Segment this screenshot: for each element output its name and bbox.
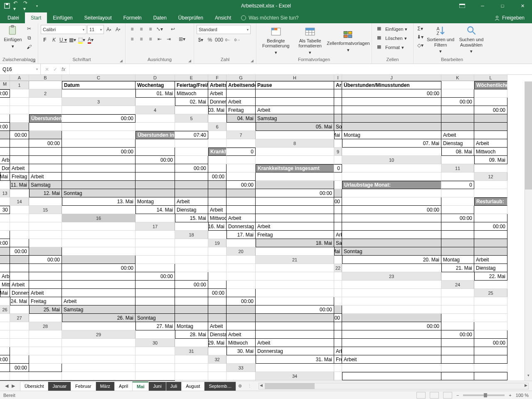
- cell[interactable]: [62, 289, 135, 297]
- cell[interactable]: 0: [227, 148, 256, 156]
- cell[interactable]: 23. Mai: [0, 289, 10, 297]
- cell[interactable]: 31. Mai: [256, 355, 334, 364]
- cell[interactable]: [208, 347, 227, 355]
- row-header[interactable]: 20: [227, 247, 256, 256]
- cell[interactable]: 03. Mai: [208, 106, 227, 114]
- cell[interactable]: [62, 247, 135, 256]
- normal-view-button[interactable]: [416, 392, 426, 399]
- cell[interactable]: Freitag: [29, 297, 62, 305]
- cell[interactable]: [29, 123, 62, 131]
- ribbon-display-options-icon[interactable]: [455, 0, 470, 12]
- cell[interactable]: 07. Mai: [342, 139, 441, 148]
- cell[interactable]: Arbeitszeit: [334, 81, 342, 89]
- cell[interactable]: [208, 231, 227, 239]
- cell[interactable]: [10, 231, 29, 239]
- cell[interactable]: [208, 272, 227, 281]
- cell[interactable]: [208, 372, 227, 380]
- cell[interactable]: [208, 281, 227, 289]
- cell[interactable]: Datum: [62, 81, 135, 89]
- cell[interactable]: [135, 123, 175, 131]
- cell[interactable]: [135, 355, 175, 364]
- cell[interactable]: [0, 222, 10, 231]
- cell[interactable]: [208, 364, 227, 372]
- col-header-L[interactable]: L: [474, 75, 507, 81]
- cell[interactable]: Montag: [175, 322, 208, 330]
- col-header-H[interactable]: H: [256, 75, 334, 81]
- cell[interactable]: [10, 156, 29, 164]
- cell[interactable]: [135, 372, 175, 380]
- cell[interactable]: 13. Mai: [62, 197, 135, 206]
- tab-datei[interactable]: Datei: [2, 12, 25, 23]
- cell[interactable]: [29, 247, 62, 256]
- cell[interactable]: [135, 256, 175, 264]
- col-header-K[interactable]: K: [441, 75, 474, 81]
- row-header[interactable]: 22: [334, 264, 342, 272]
- cut-button[interactable]: ✂: [25, 25, 33, 32]
- number-dialog-icon[interactable]: ◢: [251, 59, 254, 63]
- cell[interactable]: [474, 131, 507, 139]
- cell[interactable]: [227, 156, 256, 164]
- align-center-button[interactable]: ≡: [137, 35, 145, 43]
- merge-center-button[interactable]: ⊞▾: [174, 35, 190, 43]
- cell[interactable]: [62, 339, 135, 347]
- cell[interactable]: [474, 372, 507, 380]
- format-as-table-button[interactable]: Als Tabelle formatieren▾: [294, 26, 326, 55]
- cell[interactable]: [29, 372, 62, 380]
- cell[interactable]: [256, 322, 334, 330]
- cell[interactable]: [175, 314, 208, 322]
- cell[interactable]: [135, 172, 175, 181]
- row-header[interactable]: 10: [342, 156, 441, 164]
- cell[interactable]: [29, 98, 62, 106]
- cell[interactable]: [175, 247, 208, 256]
- cell[interactable]: [334, 139, 342, 148]
- cell[interactable]: [342, 114, 441, 123]
- cell[interactable]: [474, 114, 507, 123]
- insert-function-icon[interactable]: fx: [62, 66, 65, 72]
- cell[interactable]: [62, 272, 135, 281]
- cell[interactable]: [29, 314, 62, 322]
- zoom-out-button[interactable]: −: [456, 393, 459, 398]
- cell[interactable]: Überstunden/Minusstunden Monat:: [29, 114, 62, 123]
- cell[interactable]: Mittwoch: [175, 89, 208, 98]
- row-header[interactable]: 26: [0, 305, 10, 314]
- close-button[interactable]: ✕: [513, 0, 532, 12]
- row-header[interactable]: 15: [29, 206, 62, 214]
- cell[interactable]: [441, 347, 474, 355]
- share-button[interactable]: Freigeben: [490, 12, 529, 23]
- cell[interactable]: [474, 214, 507, 222]
- cell[interactable]: 00:00: [10, 131, 29, 139]
- cell[interactable]: [175, 297, 208, 305]
- cell[interactable]: 15. Mai: [175, 214, 208, 222]
- row-header[interactable]: 30: [135, 339, 175, 347]
- sheet-tab-übersicht[interactable]: Übersicht: [20, 382, 48, 391]
- name-box[interactable]: Q16▾: [0, 64, 41, 74]
- row-header[interactable]: 12: [474, 172, 507, 181]
- cell[interactable]: [441, 197, 474, 206]
- cell[interactable]: [334, 156, 342, 164]
- cell[interactable]: [474, 347, 507, 355]
- row-header[interactable]: 4: [135, 106, 175, 114]
- cell[interactable]: [175, 139, 208, 148]
- tab-split-handle[interactable]: ⋮: [244, 383, 255, 389]
- cell[interactable]: 10. Mai: [0, 172, 10, 181]
- tab-einfuegen[interactable]: Einfügen: [47, 12, 78, 23]
- formula-input[interactable]: [69, 64, 532, 74]
- cell[interactable]: Arbeit: [10, 164, 29, 172]
- row-header[interactable]: 7: [227, 131, 256, 139]
- sheet-tab-juli[interactable]: Juli: [166, 382, 182, 391]
- cell[interactable]: [29, 272, 62, 281]
- cell[interactable]: [441, 123, 474, 131]
- cell[interactable]: Arbeit: [441, 131, 474, 139]
- cell[interactable]: 05. Mai: [256, 123, 334, 131]
- cell[interactable]: [256, 156, 334, 164]
- row-header[interactable]: 1: [10, 81, 29, 89]
- cell[interactable]: [0, 297, 10, 305]
- align-dialog-icon[interactable]: ◢: [188, 59, 191, 63]
- cell[interactable]: [256, 172, 334, 181]
- row-header[interactable]: 24: [441, 281, 474, 289]
- cell[interactable]: [175, 364, 208, 372]
- cell[interactable]: [0, 347, 10, 355]
- cell[interactable]: [135, 297, 175, 305]
- sheet-nav-next-icon[interactable]: ▶: [12, 383, 15, 389]
- cell[interactable]: 00:00: [342, 206, 441, 214]
